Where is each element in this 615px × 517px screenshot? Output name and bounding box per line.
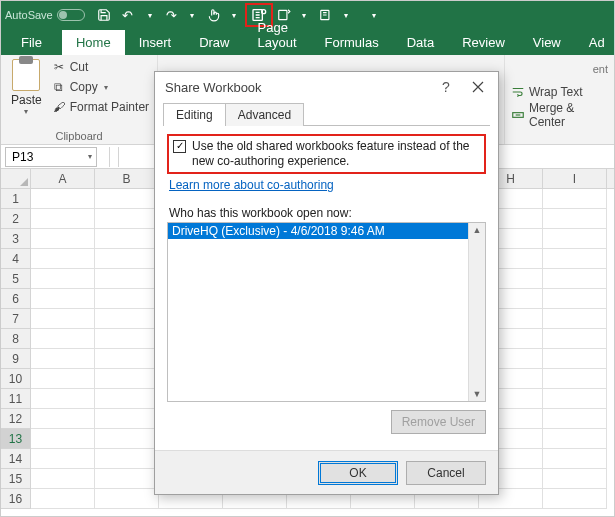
cell[interactable] [95, 369, 159, 389]
dialog-help-button[interactable]: ? [432, 76, 460, 98]
cell[interactable] [95, 409, 159, 429]
customize-qat-icon[interactable]: ▾ [363, 4, 385, 26]
touch-mode-icon[interactable] [203, 4, 225, 26]
cell[interactable] [543, 289, 607, 309]
cell[interactable] [543, 209, 607, 229]
merge-center-button[interactable]: Merge & Center [511, 105, 608, 125]
cell[interactable] [31, 269, 95, 289]
row-header[interactable]: 13 [1, 429, 31, 449]
dialog-tab-editing[interactable]: Editing [163, 103, 226, 126]
tab-insert[interactable]: Insert [125, 30, 186, 55]
cell[interactable] [95, 489, 159, 509]
user-list-item[interactable]: DriveHQ (Exclusive) - 4/6/2018 9:46 AM [168, 223, 468, 239]
dialog-close-button[interactable] [464, 76, 492, 98]
cut-button[interactable]: ✂ Cut [50, 57, 151, 77]
cell[interactable] [95, 389, 159, 409]
user-listbox[interactable]: DriveHQ (Exclusive) - 4/6/2018 9:46 AM [168, 223, 468, 401]
cell[interactable] [95, 429, 159, 449]
name-box-dropdown-icon[interactable]: ▾ [88, 152, 92, 161]
cell[interactable] [31, 409, 95, 429]
select-all-corner[interactable] [1, 169, 31, 188]
col-header[interactable]: B [95, 169, 159, 188]
cell[interactable] [543, 469, 607, 489]
cell[interactable] [31, 289, 95, 309]
cell[interactable] [95, 289, 159, 309]
autosave-switch[interactable] [57, 9, 85, 21]
cell[interactable] [95, 349, 159, 369]
cell[interactable] [543, 269, 607, 289]
row-header[interactable]: 4 [1, 249, 31, 269]
row-header[interactable]: 7 [1, 309, 31, 329]
cell[interactable] [31, 469, 95, 489]
tab-home[interactable]: Home [62, 30, 125, 55]
cell[interactable] [31, 209, 95, 229]
dialog-tab-advanced[interactable]: Advanced [225, 103, 304, 126]
row-header[interactable]: 12 [1, 409, 31, 429]
copy-button[interactable]: ⧉ Copy ▾ [50, 77, 151, 97]
user-list-scrollbar[interactable]: ▲ ▼ [468, 223, 485, 401]
cell[interactable] [95, 249, 159, 269]
row-header[interactable]: 8 [1, 329, 31, 349]
cell[interactable] [95, 449, 159, 469]
cell[interactable] [95, 229, 159, 249]
redo-dropdown-icon[interactable]: ▾ [181, 4, 203, 26]
cell[interactable] [95, 209, 159, 229]
learn-more-link[interactable]: Learn more about co-authoring [169, 178, 486, 192]
scroll-up-icon[interactable]: ▲ [473, 225, 482, 235]
cell[interactable] [31, 309, 95, 329]
cell[interactable] [31, 249, 95, 269]
cell[interactable] [95, 189, 159, 209]
autosave-toggle[interactable]: AutoSave [5, 9, 85, 21]
row-header[interactable]: 5 [1, 269, 31, 289]
cell[interactable] [543, 249, 607, 269]
row-header[interactable]: 2 [1, 209, 31, 229]
row-header[interactable]: 16 [1, 489, 31, 509]
redo-icon[interactable]: ↷ [161, 4, 183, 26]
col-header[interactable]: I [543, 169, 607, 188]
tab-draw[interactable]: Draw [185, 30, 243, 55]
save-icon[interactable] [93, 4, 115, 26]
row-header[interactable]: 10 [1, 369, 31, 389]
tab-formulas[interactable]: Formulas [311, 30, 393, 55]
cell[interactable] [31, 449, 95, 469]
cell[interactable] [95, 309, 159, 329]
ok-button[interactable]: OK [318, 461, 398, 485]
cell[interactable] [543, 229, 607, 249]
cell[interactable] [543, 349, 607, 369]
cell[interactable] [543, 189, 607, 209]
row-header[interactable]: 1 [1, 189, 31, 209]
remove-user-button[interactable]: Remove User [391, 410, 486, 434]
row-header[interactable]: 3 [1, 229, 31, 249]
cell[interactable] [543, 329, 607, 349]
cell[interactable] [31, 189, 95, 209]
cell[interactable] [31, 369, 95, 389]
wrap-text-button[interactable]: Wrap Text [511, 82, 608, 102]
cell[interactable] [543, 389, 607, 409]
cell[interactable] [95, 329, 159, 349]
tab-file[interactable]: File [1, 30, 62, 55]
cell[interactable] [31, 349, 95, 369]
cell[interactable] [95, 469, 159, 489]
row-header[interactable]: 9 [1, 349, 31, 369]
scroll-down-icon[interactable]: ▼ [473, 389, 482, 399]
cancel-button[interactable]: Cancel [406, 461, 486, 485]
undo-dropdown-icon[interactable]: ▾ [139, 4, 161, 26]
track-changes-icon[interactable] [315, 4, 337, 26]
row-header[interactable]: 15 [1, 469, 31, 489]
col-header[interactable]: A [31, 169, 95, 188]
use-legacy-sharing-checkbox[interactable]: ✓ [173, 140, 186, 153]
tab-review[interactable]: Review [448, 30, 519, 55]
tab-view[interactable]: View [519, 30, 575, 55]
cell[interactable] [543, 409, 607, 429]
row-header[interactable]: 11 [1, 389, 31, 409]
cell[interactable] [31, 429, 95, 449]
track-dropdown-icon[interactable]: ▾ [335, 4, 357, 26]
cell[interactable] [31, 489, 95, 509]
name-box[interactable]: P13 ▾ [5, 147, 97, 167]
tab-data[interactable]: Data [393, 30, 448, 55]
cell[interactable] [543, 489, 607, 509]
cell[interactable] [543, 309, 607, 329]
undo-icon[interactable]: ↶ [117, 4, 139, 26]
paste-button[interactable]: Paste ▾ [7, 57, 46, 118]
cell[interactable] [31, 329, 95, 349]
